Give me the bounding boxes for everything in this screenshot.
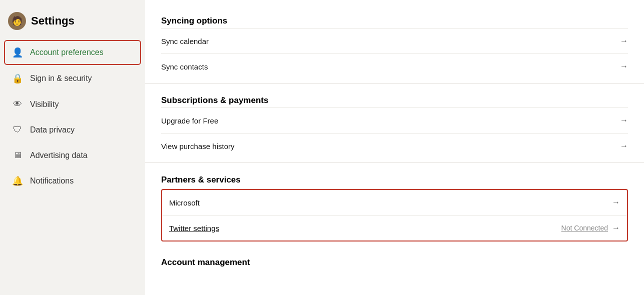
section-syncing-options: Syncing options Sync calendar → Sync con… bbox=[145, 4, 644, 84]
section-title-syncing: Syncing options bbox=[161, 16, 628, 26]
section-title-account-management: Account management bbox=[161, 258, 628, 268]
sidebar-header: 🧑 Settings bbox=[0, 8, 145, 40]
item-label: Microsoft bbox=[169, 198, 200, 207]
sidebar-item-account-preferences[interactable]: 👤 Account preferences bbox=[4, 40, 141, 65]
item-upgrade-free[interactable]: Upgrade for Free → bbox=[161, 108, 628, 133]
arrow-right-icon: → bbox=[620, 36, 628, 46]
item-right: → bbox=[620, 116, 628, 125]
item-right: → bbox=[620, 36, 628, 46]
sidebar-item-data-privacy[interactable]: 🛡 Data privacy bbox=[4, 118, 141, 142]
display-icon: 🖥 bbox=[12, 150, 23, 160]
lock-icon: 🔒 bbox=[12, 73, 23, 84]
sidebar-item-advertising-data[interactable]: 🖥 Advertising data bbox=[4, 143, 141, 168]
item-label: View purchase history bbox=[161, 142, 234, 150]
item-microsoft[interactable]: Microsoft → bbox=[162, 190, 627, 215]
arrow-right-icon: → bbox=[620, 142, 628, 150]
sidebar-item-label: Visibility bbox=[30, 100, 59, 109]
arrow-right-icon: → bbox=[612, 198, 620, 207]
item-label: Twitter settings bbox=[169, 224, 219, 232]
avatar: 🧑 bbox=[8, 12, 26, 30]
item-label: Sync contacts bbox=[161, 62, 208, 71]
sidebar-nav: 👤 Account preferences 🔒 Sign in & securi… bbox=[0, 40, 145, 194]
sidebar-item-sign-in-security[interactable]: 🔒 Sign in & security bbox=[4, 66, 141, 91]
arrow-right-icon: → bbox=[612, 224, 620, 232]
twitter-status: Not Connected bbox=[561, 224, 608, 232]
item-right: → bbox=[612, 198, 620, 207]
eye-icon: 👁 bbox=[12, 99, 23, 110]
main-content: Syncing options Sync calendar → Sync con… bbox=[145, 0, 644, 295]
sidebar-item-label: Account preferences bbox=[30, 48, 104, 57]
item-sync-contacts[interactable]: Sync contacts → bbox=[161, 54, 628, 79]
section-title-subscriptions: Subscriptions & payments bbox=[161, 96, 628, 106]
section-subscriptions-payments: Subscriptions & payments Upgrade for Fre… bbox=[145, 84, 644, 163]
item-right: Not Connected → bbox=[561, 224, 620, 232]
partners-inner-box: Microsoft → Twitter settings Not Connect… bbox=[161, 189, 628, 242]
sidebar-item-label: Sign in & security bbox=[30, 74, 92, 83]
person-icon: 👤 bbox=[12, 47, 23, 58]
item-right: → bbox=[620, 142, 628, 150]
section-partners-services: Partners & services Microsoft → Twitter … bbox=[145, 163, 644, 246]
sidebar-item-label: Advertising data bbox=[30, 151, 88, 160]
arrow-right-icon: → bbox=[620, 116, 628, 125]
section-title-partners: Partners & services bbox=[161, 175, 628, 185]
item-label: Sync calendar bbox=[161, 37, 209, 46]
app-title: Settings bbox=[31, 14, 75, 28]
sidebar-item-notifications[interactable]: 🔔 Notifications bbox=[4, 168, 141, 194]
arrow-right-icon: → bbox=[620, 62, 628, 71]
sidebar: 🧑 Settings 👤 Account preferences 🔒 Sign … bbox=[0, 0, 145, 295]
sidebar-item-label: Data privacy bbox=[30, 126, 75, 134]
bell-icon: 🔔 bbox=[12, 176, 23, 186]
sidebar-item-visibility[interactable]: 👁 Visibility bbox=[4, 92, 141, 116]
item-label: Upgrade for Free bbox=[161, 116, 218, 125]
item-twitter-settings[interactable]: Twitter settings Not Connected → bbox=[162, 215, 627, 240]
item-right: → bbox=[620, 62, 628, 71]
item-view-purchase-history[interactable]: View purchase history → bbox=[161, 133, 628, 158]
item-sync-calendar[interactable]: Sync calendar → bbox=[161, 28, 628, 54]
shield-icon: 🛡 bbox=[12, 124, 23, 135]
section-account-management: Account management bbox=[145, 246, 644, 274]
sidebar-item-label: Notifications bbox=[30, 176, 74, 186]
